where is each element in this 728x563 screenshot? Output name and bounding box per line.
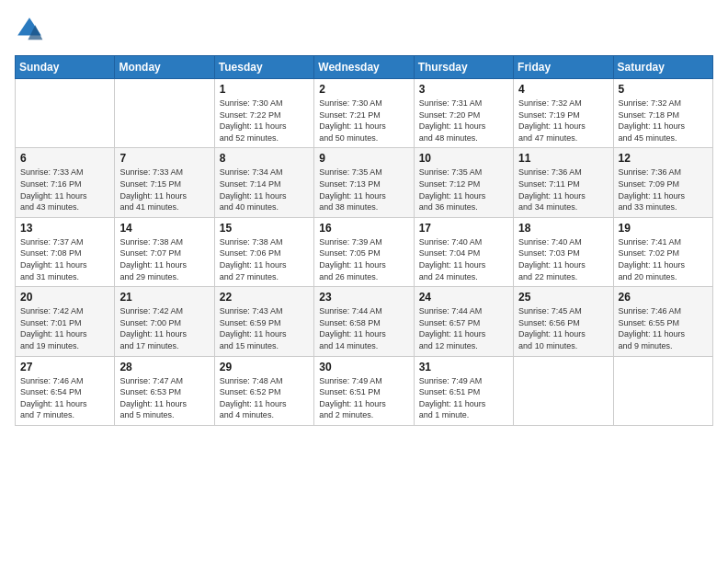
weekday-header: Friday	[514, 56, 613, 79]
calendar-cell	[613, 356, 712, 425]
day-info: Sunrise: 7:37 AM Sunset: 7:08 PM Dayligh…	[20, 236, 109, 282]
weekday-header: Thursday	[414, 56, 513, 79]
day-info: Sunrise: 7:30 AM Sunset: 7:21 PM Dayligh…	[319, 98, 408, 144]
day-number: 8	[220, 152, 309, 165]
calendar-week-row: 27Sunrise: 7:46 AM Sunset: 6:54 PM Dayli…	[16, 356, 713, 425]
day-number: 12	[619, 152, 708, 165]
day-number: 27	[20, 361, 109, 373]
day-info: Sunrise: 7:40 AM Sunset: 7:04 PM Dayligh…	[419, 236, 508, 282]
day-info: Sunrise: 7:42 AM Sunset: 7:01 PM Dayligh…	[20, 305, 109, 351]
day-number: 28	[119, 361, 209, 373]
calendar-week-row: 6Sunrise: 7:33 AM Sunset: 7:16 PM Daylig…	[16, 148, 713, 217]
day-info: Sunrise: 7:33 AM Sunset: 7:15 PM Dayligh…	[119, 167, 209, 213]
calendar-cell: 19Sunrise: 7:41 AM Sunset: 7:02 PM Dayli…	[613, 217, 712, 286]
calendar-cell: 3Sunrise: 7:31 AM Sunset: 7:20 PM Daylig…	[414, 79, 513, 148]
day-info: Sunrise: 7:32 AM Sunset: 7:18 PM Dayligh…	[619, 98, 708, 144]
day-number: 15	[220, 222, 309, 235]
calendar-cell: 21Sunrise: 7:42 AM Sunset: 7:00 PM Dayli…	[115, 287, 214, 356]
calendar-cell: 30Sunrise: 7:49 AM Sunset: 6:51 PM Dayli…	[314, 356, 414, 425]
day-number: 26	[619, 291, 708, 304]
day-info: Sunrise: 7:35 AM Sunset: 7:12 PM Dayligh…	[419, 167, 508, 213]
day-number: 17	[419, 222, 508, 235]
logo	[15, 15, 48, 44]
day-info: Sunrise: 7:48 AM Sunset: 6:52 PM Dayligh…	[220, 375, 309, 421]
calendar-table: SundayMondayTuesdayWednesdayThursdayFrid…	[15, 55, 713, 426]
weekday-header: Monday	[115, 56, 214, 79]
calendar-week-row: 20Sunrise: 7:42 AM Sunset: 7:01 PM Dayli…	[16, 287, 713, 356]
calendar-cell: 20Sunrise: 7:42 AM Sunset: 7:01 PM Dayli…	[16, 287, 115, 356]
day-number: 13	[20, 222, 109, 235]
calendar-cell: 22Sunrise: 7:43 AM Sunset: 6:59 PM Dayli…	[214, 287, 313, 356]
calendar-cell: 8Sunrise: 7:34 AM Sunset: 7:14 PM Daylig…	[214, 148, 313, 217]
calendar-cell: 23Sunrise: 7:44 AM Sunset: 6:58 PM Dayli…	[314, 287, 414, 356]
calendar-cell: 29Sunrise: 7:48 AM Sunset: 6:52 PM Dayli…	[214, 356, 313, 425]
day-number: 21	[119, 291, 209, 304]
weekday-header: Saturday	[613, 56, 712, 79]
page-header	[15, 15, 713, 44]
day-number: 19	[619, 222, 708, 235]
day-info: Sunrise: 7:40 AM Sunset: 7:03 PM Dayligh…	[518, 236, 608, 282]
day-info: Sunrise: 7:44 AM Sunset: 6:58 PM Dayligh…	[319, 305, 408, 351]
day-info: Sunrise: 7:35 AM Sunset: 7:13 PM Dayligh…	[319, 167, 408, 213]
calendar-header-row: SundayMondayTuesdayWednesdayThursdayFrid…	[16, 56, 713, 79]
day-number: 4	[518, 83, 608, 96]
day-number: 10	[419, 152, 508, 165]
day-info: Sunrise: 7:33 AM Sunset: 7:16 PM Dayligh…	[20, 167, 109, 213]
calendar-cell: 4Sunrise: 7:32 AM Sunset: 7:19 PM Daylig…	[514, 79, 613, 148]
calendar-cell: 27Sunrise: 7:46 AM Sunset: 6:54 PM Dayli…	[16, 356, 115, 425]
day-info: Sunrise: 7:38 AM Sunset: 7:07 PM Dayligh…	[119, 236, 209, 282]
day-info: Sunrise: 7:36 AM Sunset: 7:11 PM Dayligh…	[518, 167, 608, 213]
day-info: Sunrise: 7:46 AM Sunset: 6:54 PM Dayligh…	[20, 375, 109, 421]
day-info: Sunrise: 7:49 AM Sunset: 6:51 PM Dayligh…	[319, 375, 408, 421]
calendar-cell: 31Sunrise: 7:49 AM Sunset: 6:51 PM Dayli…	[414, 356, 513, 425]
day-number: 9	[319, 152, 408, 165]
day-info: Sunrise: 7:39 AM Sunset: 7:05 PM Dayligh…	[319, 236, 408, 282]
day-info: Sunrise: 7:47 AM Sunset: 6:53 PM Dayligh…	[119, 375, 209, 421]
day-info: Sunrise: 7:44 AM Sunset: 6:57 PM Dayligh…	[419, 305, 508, 351]
calendar-cell: 15Sunrise: 7:38 AM Sunset: 7:06 PM Dayli…	[214, 217, 313, 286]
day-number: 14	[119, 222, 209, 235]
day-info: Sunrise: 7:42 AM Sunset: 7:00 PM Dayligh…	[119, 305, 209, 351]
calendar-cell: 6Sunrise: 7:33 AM Sunset: 7:16 PM Daylig…	[16, 148, 115, 217]
day-info: Sunrise: 7:38 AM Sunset: 7:06 PM Dayligh…	[220, 236, 309, 282]
calendar-week-row: 13Sunrise: 7:37 AM Sunset: 7:08 PM Dayli…	[16, 217, 713, 286]
calendar-cell: 26Sunrise: 7:46 AM Sunset: 6:55 PM Dayli…	[613, 287, 712, 356]
day-number: 20	[20, 291, 109, 304]
calendar-cell: 18Sunrise: 7:40 AM Sunset: 7:03 PM Dayli…	[514, 217, 613, 286]
calendar-cell: 17Sunrise: 7:40 AM Sunset: 7:04 PM Dayli…	[414, 217, 513, 286]
weekday-header: Wednesday	[314, 56, 414, 79]
day-info: Sunrise: 7:45 AM Sunset: 6:56 PM Dayligh…	[518, 305, 608, 351]
day-info: Sunrise: 7:41 AM Sunset: 7:02 PM Dayligh…	[619, 236, 708, 282]
calendar-week-row: 1Sunrise: 7:30 AM Sunset: 7:22 PM Daylig…	[16, 79, 713, 148]
calendar-cell	[514, 356, 613, 425]
day-number: 5	[619, 83, 708, 96]
calendar-cell	[115, 79, 214, 148]
day-info: Sunrise: 7:49 AM Sunset: 6:51 PM Dayligh…	[419, 375, 508, 421]
day-number: 29	[220, 361, 309, 373]
day-number: 24	[419, 291, 508, 304]
day-info: Sunrise: 7:43 AM Sunset: 6:59 PM Dayligh…	[220, 305, 309, 351]
day-info: Sunrise: 7:34 AM Sunset: 7:14 PM Dayligh…	[220, 167, 309, 213]
day-info: Sunrise: 7:31 AM Sunset: 7:20 PM Dayligh…	[419, 98, 508, 144]
day-info: Sunrise: 7:30 AM Sunset: 7:22 PM Dayligh…	[220, 98, 309, 144]
day-number: 31	[419, 361, 508, 373]
day-number: 18	[518, 222, 608, 235]
calendar-cell: 25Sunrise: 7:45 AM Sunset: 6:56 PM Dayli…	[514, 287, 613, 356]
day-info: Sunrise: 7:46 AM Sunset: 6:55 PM Dayligh…	[619, 305, 708, 351]
day-number: 23	[319, 291, 408, 304]
calendar-cell: 24Sunrise: 7:44 AM Sunset: 6:57 PM Dayli…	[414, 287, 513, 356]
calendar-cell: 16Sunrise: 7:39 AM Sunset: 7:05 PM Dayli…	[314, 217, 414, 286]
day-number: 11	[518, 152, 608, 165]
calendar-cell: 7Sunrise: 7:33 AM Sunset: 7:15 PM Daylig…	[115, 148, 214, 217]
day-number: 30	[319, 361, 408, 373]
calendar-cell: 10Sunrise: 7:35 AM Sunset: 7:12 PM Dayli…	[414, 148, 513, 217]
calendar-cell: 2Sunrise: 7:30 AM Sunset: 7:21 PM Daylig…	[314, 79, 414, 148]
day-info: Sunrise: 7:32 AM Sunset: 7:19 PM Dayligh…	[518, 98, 608, 144]
day-number: 7	[119, 152, 209, 165]
calendar-cell: 14Sunrise: 7:38 AM Sunset: 7:07 PM Dayli…	[115, 217, 214, 286]
day-number: 3	[419, 83, 508, 96]
day-number: 6	[20, 152, 109, 165]
logo-icon	[15, 15, 44, 44]
weekday-header: Tuesday	[214, 56, 313, 79]
day-info: Sunrise: 7:36 AM Sunset: 7:09 PM Dayligh…	[619, 167, 708, 213]
